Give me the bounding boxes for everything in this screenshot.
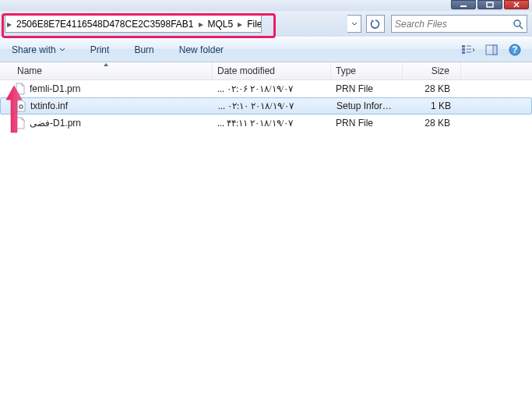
svg-text:?: ? [512, 44, 517, 55]
search-icon [513, 19, 523, 30]
svg-point-2 [514, 20, 520, 26]
toolbar: Share with Print Burn New folder ? [0, 37, 532, 62]
file-date: ٢٠١٨/١٩/٠٧ ٠٢:١٠ ... [213, 100, 332, 112]
preview-pane-button[interactable] [481, 41, 502, 59]
share-with-label: Share with [12, 44, 56, 55]
search-input[interactable] [395, 19, 513, 30]
burn-button[interactable]: Burn [129, 41, 159, 59]
file-icon [14, 83, 26, 95]
address-dropdown-button[interactable] [347, 15, 361, 33]
help-button[interactable]: ? [504, 41, 526, 59]
address-bar-row: ▸ 2506E8E7E4116548D478CE2C3598FAB1 ▸ MQL… [0, 11, 532, 37]
file-name: فضى-D1.prn [30, 118, 81, 129]
file-size: 28 KB [403, 118, 461, 129]
chevron-down-icon [59, 48, 65, 52]
share-with-button[interactable]: Share with [6, 41, 71, 59]
chevron-right-icon: ▸ [5, 19, 13, 30]
file-size: 28 KB [403, 83, 461, 94]
file-row[interactable]: فضى-D1.prn ٢٠١٨/١٩/٠٧ ١١:۴۴ ... PRN File… [0, 115, 532, 132]
file-name: txtinfo.inf [30, 100, 68, 111]
close-button[interactable] [504, 0, 529, 9]
breadcrumb-segment[interactable]: Files [244, 16, 262, 32]
search-box[interactable] [391, 15, 527, 33]
column-headers: Name Date modified Type Size [0, 62, 532, 80]
chevron-down-icon [351, 21, 358, 27]
svg-rect-1 [487, 2, 493, 7]
svg-rect-4 [462, 45, 465, 48]
svg-line-3 [520, 26, 523, 29]
column-header-type[interactable]: Type [331, 62, 403, 79]
file-row[interactable]: txtinfo.inf ٢٠١٨/١٩/٠٧ ٠٢:١٠ ... Setup I… [0, 97, 532, 115]
column-header-date[interactable]: Date modified [213, 62, 331, 79]
new-folder-button[interactable]: New folder [174, 41, 229, 59]
chevron-right-icon: ▸ [197, 19, 205, 30]
sort-ascending-icon [103, 62, 109, 67]
column-header-name[interactable]: Name [0, 62, 213, 79]
file-type: PRN File [331, 118, 403, 129]
help-icon: ? [509, 44, 521, 56]
view-options-button[interactable] [457, 41, 479, 59]
breadcrumb-segment[interactable]: MQL5 [205, 16, 237, 32]
minimize-button[interactable] [451, 0, 476, 9]
svg-rect-6 [462, 51, 465, 54]
view-icon [461, 44, 475, 56]
breadcrumb-segment[interactable]: 2506E8E7E4116548D478CE2C3598FAB1 [13, 16, 197, 32]
file-name: femli-D1.prn [30, 83, 80, 94]
breadcrumb[interactable]: ▸ 2506E8E7E4116548D478CE2C3598FAB1 ▸ MQL… [5, 15, 262, 33]
column-header-size[interactable]: Size [403, 62, 461, 79]
refresh-icon [370, 19, 381, 30]
svg-rect-0 [460, 5, 467, 7]
file-type: PRN File [331, 83, 403, 94]
chevron-right-icon: ▸ [236, 19, 244, 30]
file-size: 1 KB [403, 100, 462, 111]
file-list: femli-D1.prn ٢٠١٨/١٩/٠٧ ٠٢:٠۶ ... PRN Fi… [0, 80, 532, 132]
gear-file-icon [15, 100, 27, 112]
svg-point-15 [20, 106, 22, 108]
svg-rect-11 [493, 45, 497, 55]
window-titlebar [0, 0, 532, 11]
preview-pane-icon [485, 44, 498, 55]
maximize-button[interactable] [477, 0, 502, 9]
file-date: ٢٠١٨/١٩/٠٧ ٠٢:٠۶ ... [213, 83, 331, 95]
file-date: ٢٠١٨/١٩/٠٧ ١١:۴۴ ... [213, 118, 331, 129]
file-row[interactable]: femli-D1.prn ٢٠١٨/١٩/٠٧ ٠٢:٠۶ ... PRN Fi… [0, 80, 532, 97]
svg-rect-5 [462, 48, 465, 51]
refresh-button[interactable] [366, 15, 385, 33]
print-button[interactable]: Print [85, 41, 115, 59]
file-icon [14, 117, 26, 129]
file-type: Setup Information [332, 100, 403, 111]
